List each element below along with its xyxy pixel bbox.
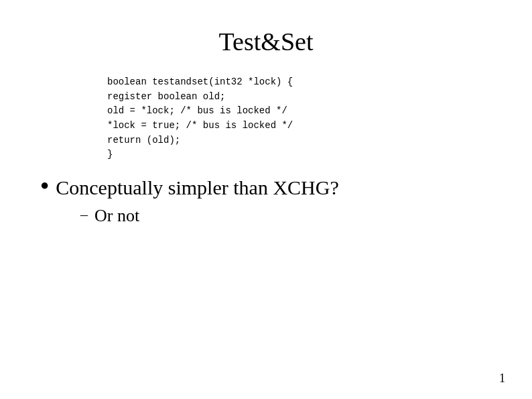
bullet-item: ● Conceptually simpler than XCHG? xyxy=(40,174,492,201)
code-line-6: } xyxy=(107,148,492,162)
slide-title: Test&Set xyxy=(40,27,492,56)
code-block: boolean testandset(int32 *lock) { regist… xyxy=(107,75,492,162)
code-line-1: boolean testandset(int32 *lock) { xyxy=(107,75,492,90)
bullet-text: Conceptually simpler than XCHG? xyxy=(56,174,338,201)
sub-bullet-item: – Or not xyxy=(80,206,492,226)
sub-bullet-dash: – xyxy=(80,206,88,223)
sub-bullet-text: Or not xyxy=(94,206,139,226)
bullet-dot: ● xyxy=(40,176,49,195)
slide: Test&Set boolean testandset(int32 *lock)… xyxy=(0,0,532,399)
page-number: 1 xyxy=(499,372,505,386)
code-line-4: *lock = true; /* bus is locked */ xyxy=(107,119,492,133)
code-line-2: register boolean old; xyxy=(107,90,492,105)
code-line-3: old = *lock; /* bus is locked */ xyxy=(107,104,492,119)
code-line-5: return (old); xyxy=(107,133,492,148)
